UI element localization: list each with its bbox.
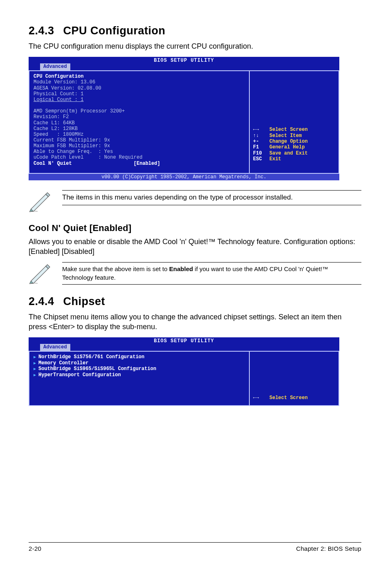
bios-tab-advanced[interactable]: Advanced bbox=[40, 63, 70, 70]
bios-info-line: uCode Patch Level : None Required bbox=[34, 155, 245, 160]
bios-info-line: AGESA Version: 02.08.00 bbox=[34, 85, 245, 91]
cool-n-quiet-body: Allows you to enable or disable the AMD … bbox=[29, 237, 361, 257]
help-row: ↑↓Select Item bbox=[253, 133, 335, 139]
help-desc: Select Screen bbox=[269, 395, 308, 401]
heading-number: 2.4.3 bbox=[29, 25, 54, 37]
help-key: ESC bbox=[253, 156, 269, 162]
heading-title: CPU Configuration bbox=[63, 25, 166, 37]
note-block: The items in this menu varies depending … bbox=[29, 190, 361, 212]
help-desc: Save and Exit bbox=[269, 150, 308, 156]
bios-right-pane: ←→Select Screen bbox=[249, 351, 339, 406]
bios-help-block: ←→Select Screen bbox=[253, 395, 335, 401]
page-footer: 2-20 Chapter 2: BIOS Setup bbox=[29, 542, 361, 552]
option-value: [Enabled] bbox=[134, 161, 160, 166]
bios-info-line: Revision: F2 bbox=[34, 114, 245, 120]
help-desc: General Help bbox=[269, 144, 305, 150]
page-number: 2-20 bbox=[29, 545, 41, 552]
help-row: F1General Help bbox=[253, 144, 335, 150]
help-row: F10Save and Exit bbox=[253, 150, 335, 156]
help-row: ←→Select Screen bbox=[253, 127, 335, 132]
submenu-label: Memory Controller bbox=[38, 360, 88, 366]
bios-info-line: Module Version: 13.06 bbox=[34, 79, 245, 85]
note-block: Make sure that the above item is set to … bbox=[29, 262, 361, 285]
bios-info-line: Maximum FSB Multiplier: 9x bbox=[34, 143, 245, 149]
intro-2-4-4: The Chipset menu items allow you to chan… bbox=[29, 312, 361, 332]
help-key: ←→ bbox=[253, 127, 269, 132]
heading-cool-n-quiet: Cool N' Quiet [Enabled] bbox=[29, 223, 361, 233]
intro-2-4-3: The CPU configuration menu displays the … bbox=[29, 41, 361, 51]
help-key: F1 bbox=[253, 144, 269, 150]
bios-copyright: v00.00 (C)Copyright 1985-2002, American … bbox=[29, 174, 339, 180]
bios-info-line: Physical Count: 1 bbox=[34, 91, 245, 97]
help-key: F10 bbox=[253, 150, 269, 156]
help-key: ←→ bbox=[253, 395, 269, 401]
pencil-icon bbox=[29, 190, 52, 212]
bios-panel-cpu-config: BIOS SETUP UTILITY Advanced CPU Configur… bbox=[29, 57, 339, 180]
note-text: The items in this menu varies depending … bbox=[62, 191, 361, 205]
bios-info-line: Speed : 1800MHz bbox=[34, 132, 245, 137]
cpu-config-title: CPU Configuration bbox=[34, 74, 245, 79]
note2-bold: Enabled bbox=[169, 265, 193, 272]
bios-info-line: Cache L2: 128KB bbox=[34, 126, 245, 132]
bios-option-row[interactable]: Cool N' Quiet [Enabled] bbox=[34, 161, 245, 166]
bios-info-line: Logical Count : 1 bbox=[34, 97, 245, 103]
note2-pre: Make sure that the above item is set to bbox=[62, 265, 169, 272]
submenu-label: SouthBridge SiS965/SiS965L Configuration bbox=[38, 366, 156, 372]
bios-right-pane: ←→Select Screen ↑↓Select Item +-Change O… bbox=[249, 70, 339, 174]
bios-left-pane: NorthBridge SiS756/761 Configuration Mem… bbox=[29, 351, 249, 406]
submenu-label: HyperTransport Configuration bbox=[38, 372, 121, 378]
bios-info-line: Current FSB Multiplier: 9x bbox=[34, 137, 245, 143]
bios-blank bbox=[34, 103, 245, 108]
bios-tab-advanced[interactable]: Advanced bbox=[40, 344, 70, 351]
bios-title: BIOS SETUP UTILITY bbox=[29, 337, 339, 344]
submenu-item[interactable]: HyperTransport Configuration bbox=[34, 372, 245, 378]
submenu-item[interactable]: SouthBridge SiS965/SiS965L Configuration bbox=[34, 366, 245, 372]
help-desc: Select Screen bbox=[269, 127, 308, 132]
bios-tab-row: Advanced bbox=[29, 63, 339, 70]
help-desc: Select Item bbox=[269, 133, 302, 139]
heading-2-4-3: 2.4.3CPU Configuration bbox=[29, 25, 361, 37]
bios-title: BIOS SETUP UTILITY bbox=[29, 57, 339, 63]
note-text: Make sure that the above item is set to … bbox=[62, 263, 361, 284]
bios-help-block: ←→Select Screen ↑↓Select Item +-Change O… bbox=[253, 127, 335, 162]
help-row: +-Change Option bbox=[253, 139, 335, 144]
help-key: ↑↓ bbox=[253, 133, 269, 139]
submenu-item[interactable]: NorthBridge SiS756/761 Configuration bbox=[34, 354, 245, 360]
heading-2-4-4: 2.4.4Chipset bbox=[29, 295, 361, 308]
bios-info-line: Able to Change Freq. : Yes bbox=[34, 149, 245, 155]
submenu-item[interactable]: Memory Controller bbox=[34, 360, 245, 366]
heading-number: 2.4.4 bbox=[29, 295, 54, 307]
bios-left-pane: CPU Configuration Module Version: 13.06 … bbox=[29, 70, 249, 174]
help-key: +- bbox=[253, 139, 269, 144]
bios-tab-row: Advanced bbox=[29, 344, 339, 351]
chapter-label: Chapter 2: BIOS Setup bbox=[296, 545, 361, 552]
submenu-label: NorthBridge SiS756/761 Configuration bbox=[38, 354, 144, 360]
option-label: Cool N' Quiet bbox=[34, 161, 72, 166]
help-desc: Exit bbox=[269, 156, 281, 162]
help-desc: Change Option bbox=[269, 139, 308, 144]
help-row: ESCExit bbox=[253, 156, 335, 162]
bios-info-line: AMD Sempron(tm) Processor 3200+ bbox=[34, 108, 245, 114]
help-row: ←→Select Screen bbox=[253, 395, 335, 401]
bios-info-line: Cache L1: 64KB bbox=[34, 120, 245, 126]
bios-panel-chipset: BIOS SETUP UTILITY Advanced NorthBridge … bbox=[29, 337, 339, 406]
heading-title: Chipset bbox=[63, 295, 105, 307]
pencil-icon bbox=[29, 262, 52, 284]
